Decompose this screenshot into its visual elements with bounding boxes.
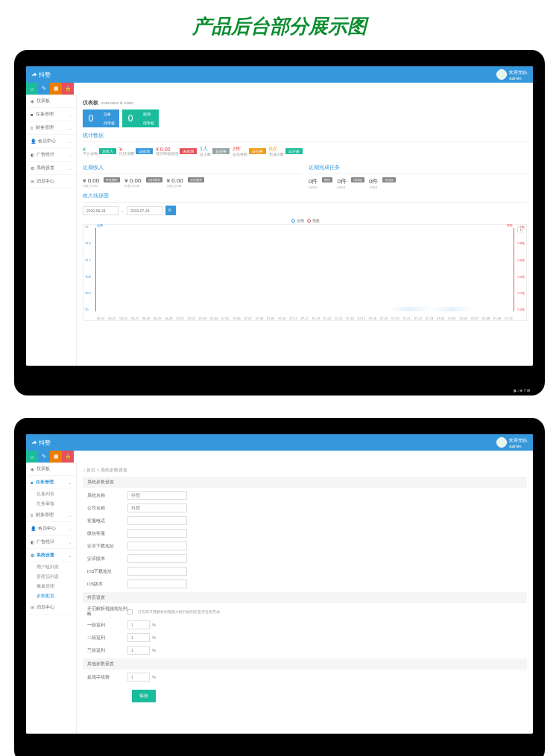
field-5-input[interactable] [127, 554, 187, 563]
sidebar-item-dashboard[interactable]: ◈ 仪表板 [26, 463, 76, 476]
sidebar-item-system[interactable]: ⚙ 系统设置⌄ [26, 549, 76, 562]
section-income: 近期收入 [83, 164, 301, 174]
breadcrumb: 仪表板 overview & stats [83, 99, 527, 107]
page-title: 产品后台部分展示图 [0, 0, 559, 50]
sidebar-item-finance[interactable]: ≡ 财务管理⌄ [26, 121, 76, 135]
search-button[interactable]: 🔍 [165, 206, 176, 215]
avatar[interactable] [496, 69, 507, 80]
toolbar: ⌂ ✎ ▦ 🔒 [26, 83, 74, 95]
sidebar-sub-tasklist[interactable]: 任务列表 [26, 489, 76, 499]
breadcrumb: ⌂ 首页 > 系统参数设置 [83, 467, 527, 474]
tile-withdraw-pending[interactable]: 0 提现待审核 [122, 109, 159, 127]
edit-icon[interactable]: ✎ [38, 83, 50, 95]
income-chart: ⬇ 金额 笔数 ¥2¥1.6¥1.2¥0.8¥0.4¥0 1笔0.8笔0.6笔0… [83, 224, 527, 321]
sidebar-item-system[interactable]: ⚙ 系统设置⌄ [26, 162, 76, 175]
edit-icon[interactable]: ✎ [38, 451, 50, 463]
main-content: ⌂ 首页 > 系统参数设置 系统参数设置 系统名称公司名称客服电话微信客服安卓下… [77, 463, 533, 734]
sidebar-item-ads[interactable]: ◐ 广告统计⌄ [26, 536, 76, 549]
apple-logo-icon [274, 743, 285, 755]
sidebar: ◈ 仪表板 ■ 任务管理⌄ 任务列表 任务审核 ≡ 财务管理⌄ 👤 会员中心⌄ … [26, 463, 77, 734]
sidebar-sub-usergroup[interactable]: 用户组列表 [26, 562, 76, 572]
sidebar-item-task[interactable]: ■ 任务管理⌄ [26, 476, 76, 489]
section-other: 其他参数设置 [83, 658, 527, 670]
fee-input[interactable] [127, 673, 150, 682]
sidebar-sub-params[interactable]: 参数配置 [26, 591, 76, 601]
leaf-icon [31, 72, 37, 77]
field-7-input[interactable] [127, 579, 187, 588]
section-tasks: 近期完成任务 [309, 164, 527, 174]
sidebar-sub-menu[interactable]: 菜单管理 [26, 582, 76, 591]
field-0-input[interactable] [127, 491, 187, 500]
home-icon[interactable]: ⌂ [26, 83, 38, 95]
lock-icon[interactable]: 🔒 [62, 83, 74, 95]
section-douyin: 抖音设置 [83, 592, 527, 603]
home-icon[interactable]: ⌂ [26, 451, 38, 463]
grid-icon[interactable]: ▦ [50, 451, 62, 463]
field-3-input[interactable] [127, 529, 187, 538]
topbar: 抖赞 欢迎光临,admin [26, 434, 533, 451]
chart-legend: 金额 笔数 [83, 218, 527, 223]
sidebar-item-finance[interactable]: ≡ 财务管理⌄ [26, 509, 76, 522]
monitor-2: 抖赞 欢迎光临,admin ⌂ ✎ ▦ 🔒 ◈ 仪表板 ■ 任务管理⌄ 任务列表… [14, 418, 545, 756]
grid-icon[interactable]: ▦ [50, 83, 62, 95]
pct-0-input[interactable] [127, 620, 150, 629]
user-area[interactable]: 欢迎光临,admin [496, 69, 528, 80]
lock-icon[interactable]: 🔒 [62, 451, 74, 463]
sidebar-item-message[interactable]: ✉ 消息中心 [26, 175, 76, 188]
checkbox-row: 开启解析视频地址判断 开启后只有解析的视频才能开始判定是否任务完成 [83, 606, 527, 617]
sidebar: ◈ 仪表板 ■ 任务管理⌄ ≡ 财务管理⌄ 👤 会员中心⌄ ◐ 广告统计⌄ ⚙ … [26, 95, 77, 366]
brand: 抖赞 [31, 71, 51, 79]
save-button[interactable]: 保存 [132, 690, 156, 702]
sidebar-item-task[interactable]: ■ 任务管理⌄ [26, 108, 76, 121]
section-sys-params: 系统参数设置 [83, 477, 527, 488]
sidebar-item-member[interactable]: 👤 会员中心⌄ [26, 522, 76, 536]
field-4-input[interactable] [127, 541, 187, 550]
pct-2-input[interactable] [127, 646, 150, 655]
metrics-row: ¥平台余额总收入 ¥已经消费日提现 ¥ 0.00等待审核提现未提现 1人总人数总… [83, 145, 527, 156]
field-1-input[interactable] [127, 504, 187, 512]
main-content: 仪表板 overview & stats 0 任务待审核 0 提现待审核 统计数… [77, 95, 533, 366]
status-bar: ◑ ⌂ ⊕ 7 ⊞ [29, 387, 530, 394]
field-6-input[interactable] [127, 567, 187, 576]
field-2-input[interactable] [127, 516, 187, 525]
sidebar-sub-admin[interactable]: 管理员列表 [26, 572, 76, 582]
user-area[interactable]: 欢迎光临,admin [496, 437, 528, 448]
section-stats: 统计数据 [83, 132, 527, 142]
monitor-1: 抖赞 欢迎光临,admin ⌂ ✎ ▦ 🔒 ◈ 仪表板 ■ 任务管理⌄ ≡ 财务… [14, 50, 545, 396]
parse-checkbox[interactable] [127, 609, 133, 614]
tile-task-pending[interactable]: 0 任务待审核 [83, 109, 119, 127]
sidebar-item-message[interactable]: ✉ 消息中心 [26, 601, 76, 614]
apple-logo-icon [274, 375, 285, 387]
topbar: 抖赞 欢迎光临,admin [26, 66, 533, 83]
sidebar-item-dashboard[interactable]: ◈ 仪表板 [26, 95, 76, 108]
date-from-input[interactable] [83, 206, 119, 215]
section-chart: 收入线形图 [83, 192, 527, 203]
sidebar-item-ads[interactable]: ◐ 广告统计⌄ [26, 148, 76, 162]
date-to-input[interactable] [127, 206, 162, 215]
pct-1-input[interactable] [127, 633, 150, 642]
sidebar-item-member[interactable]: 👤 会员中心⌄ [26, 135, 76, 148]
sidebar-sub-taskreview[interactable]: 任务审核 [26, 499, 76, 509]
